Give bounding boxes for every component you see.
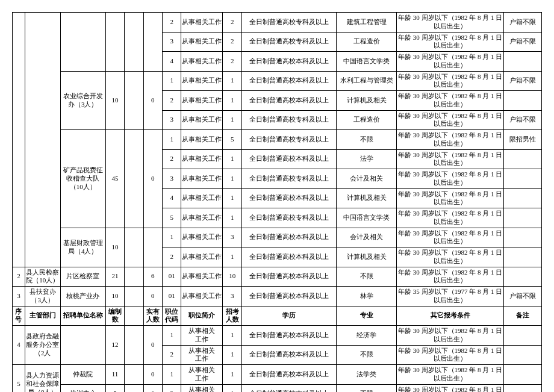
col-recruit: 招考人数: [223, 306, 241, 326]
unit-name: 培训中心: [60, 384, 105, 392]
table-row: 4 县政府金融服务办公室（2人 12 0 1 从事相关 工作 1 全日制普通高校…: [13, 326, 542, 346]
recruit-num: 2: [223, 13, 241, 33]
seq-num: 3: [13, 287, 25, 306]
seq-num: 2: [13, 267, 25, 287]
col-estab: 编制数: [105, 306, 124, 326]
table-row: 基层财政管理局（4人） 10 1 从事相关工作 3 全日制普通高校本科及以上 会…: [13, 228, 542, 247]
table-row: 培训中心 5 0 2 从事相关 工作 1 全日制普通高校本科及以上 不限 年龄 …: [13, 384, 542, 392]
unit-name: 农业综合开发办（3人）: [60, 71, 105, 130]
edu: 全日制普通高校专科及以上: [241, 13, 336, 33]
major: 建筑工程管理: [336, 13, 396, 33]
table-row: 农业综合开发办（3人） 10 0 1 从事相关工作 1 全日制普通高校本科及以上…: [13, 71, 542, 91]
header-row: 序号 主管部门 招聘单位名称 编制数 实有人数 职位代码 职位简介 招考人数 学…: [13, 306, 542, 326]
seq-num: 5: [13, 365, 25, 393]
col-dept: 主管部门: [25, 306, 60, 326]
unit-name: 基层财政管理局（4人）: [60, 228, 105, 267]
dept-name: 县人力资源和社会保障局（8人）: [25, 365, 60, 393]
remark: 户籍不限: [504, 13, 542, 33]
dept-name: 县政府金融服务办公室（2人: [25, 326, 60, 365]
unit-name: 核桃产业办: [60, 287, 105, 306]
seq-num: 4: [13, 326, 25, 365]
col-unit: 招聘单位名称: [60, 306, 105, 326]
table-row: 3 县扶贫办（3人） 核桃产业办 10 0 01 从事相关工作 3 全日制普通高…: [13, 287, 542, 306]
table-row: 2 县人民检察院（10人） 片区检察室 21 6 01 从事相关工作 10 全日…: [13, 267, 542, 287]
col-major: 专业: [336, 306, 396, 326]
unit-name: 片区检察室: [60, 267, 105, 287]
col-edu: 学历: [241, 306, 336, 326]
col-poscode: 职位代码: [163, 306, 181, 326]
other-cond: 年龄 30 周岁以下（1982 年 8 月 1 日以后出生）: [397, 13, 504, 33]
col-seq: 序号: [13, 306, 25, 326]
table-row: 矿产品税费征收稽查大队（10人） 45 0 1 从事相关工作 5 全日制普通高校…: [13, 130, 542, 150]
pos-desc: 从事相关工作: [181, 13, 223, 33]
col-posdesc: 职位简介: [181, 306, 223, 326]
unit-name: 仲裁院: [60, 365, 105, 385]
dept-name: 县扶贫办（3人）: [25, 287, 60, 306]
col-actual: 实有人数: [143, 306, 162, 326]
col-other: 其它报考条件: [397, 306, 504, 326]
table-row: 5 县人力资源和社会保障局（8人） 仲裁院 11 0 1 从事相关 工作 1 全…: [13, 365, 542, 385]
recruitment-table: 2 从事相关工作 2 全日制普通高校专科及以上 建筑工程管理 年龄 30 周岁以…: [12, 12, 542, 392]
unit-name: 矿产品税费征收稽查大队（10人）: [60, 130, 105, 228]
table-row: 2 从事相关工作 2 全日制普通高校专科及以上 建筑工程管理 年龄 30 周岁以…: [13, 13, 542, 33]
col-remark: 备注: [504, 306, 542, 326]
pos-code: 2: [163, 13, 181, 33]
dept-name: 县人民检察院（10人）: [25, 267, 60, 287]
